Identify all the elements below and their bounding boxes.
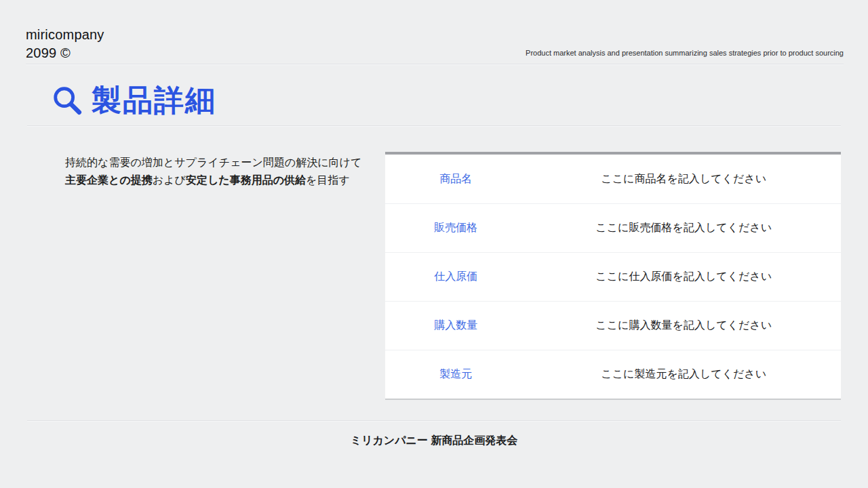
search-icon [52, 85, 83, 116]
row-value-placeholder[interactable]: ここに販売価格を記入してください [526, 204, 841, 252]
intro-line-1: 持続的な需要の増加とサプライチェーン問題の解決に向けて [65, 154, 377, 171]
row-value-placeholder[interactable]: ここに商品名を記入してください [526, 155, 841, 203]
intro-line1-text: 持続的な需要の増加とサプライチェーン問題の解決に向けて [65, 157, 361, 168]
brand-block: miricompany 2099 © [26, 26, 104, 62]
product-spec-table: 商品名 ここに商品名を記入してください 販売価格 ここに販売価格を記入してくださ… [385, 152, 841, 400]
intro-line2-regular-1: および [153, 174, 186, 186]
intro-line-2: 主要企業との提携および安定した事務用品の供給を目指す [65, 171, 377, 189]
row-label: 購入数量 [385, 302, 526, 350]
footer-title: ミリカンパニー 新商品企画発表会 [0, 434, 868, 448]
row-label: 製造元 [385, 350, 526, 399]
intro-line2-bold-2: 安定した事務用品の供給 [186, 174, 306, 186]
row-label: 商品名 [385, 155, 526, 203]
intro-text: 持続的な需要の増加とサプライチェーン問題の解決に向けて 主要企業との提携および安… [65, 154, 377, 189]
table-row-product-name: 商品名 ここに商品名を記入してください [385, 155, 841, 203]
row-value-placeholder[interactable]: ここに仕入原価を記入してください [526, 253, 841, 301]
heading-divider [27, 125, 841, 127]
footer-divider [27, 420, 841, 422]
page-title: 製品詳細 [92, 83, 216, 118]
brand-year-copyright: 2099 © [26, 44, 104, 62]
page-heading: 製品詳細 [52, 83, 216, 118]
row-value-placeholder[interactable]: ここに製造元を記入してください [526, 350, 841, 399]
brand-name: miricompany [26, 26, 104, 44]
table-row-purchase-quantity: 購入数量 ここに購入数量を記入してください [385, 301, 841, 350]
header-divider [26, 64, 844, 65]
row-value-placeholder[interactable]: ここに購入数量を記入してください [526, 302, 841, 350]
row-label: 販売価格 [385, 204, 526, 252]
table-row-sale-price: 販売価格 ここに販売価格を記入してください [385, 203, 841, 252]
table-row-manufacturer: 製造元 ここに製造元を記入してください [385, 350, 841, 399]
intro-line2-regular-2: を目指す [306, 174, 350, 186]
table-row-purchase-cost: 仕入原価 ここに仕入原価を記入してください [385, 252, 841, 301]
slide-canvas: miricompany 2099 © Product market analys… [0, 0, 868, 488]
intro-line2-bold-1: 主要企業との提携 [65, 174, 153, 186]
header-tagline: Product market analysis and presentation… [526, 49, 844, 57]
row-label: 仕入原価 [385, 253, 526, 301]
